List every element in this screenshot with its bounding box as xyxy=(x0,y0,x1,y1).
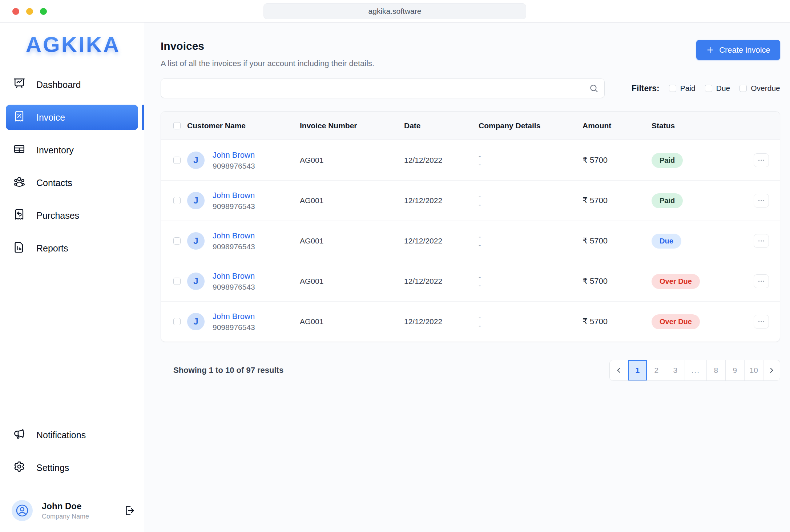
column-header-date: Date xyxy=(404,121,479,130)
receipt-percent-icon xyxy=(13,110,25,125)
sidebar-item-dashboard[interactable]: Dashboard xyxy=(6,72,138,97)
page-button-10[interactable]: 10 xyxy=(744,360,763,380)
sidebar-item-label: Contacts xyxy=(36,178,72,188)
invoice-amount: ₹ 5700 xyxy=(583,156,652,165)
user-name: John Doe xyxy=(42,501,89,511)
table-header-row: Customer Name Invoice Number Date Compan… xyxy=(161,112,780,140)
active-item-indicator xyxy=(142,105,144,130)
sidebar-nav: Dashboard Invoice Inventory Contacts xyxy=(0,72,144,261)
sidebar-bottom-nav: Notifications Settings xyxy=(0,422,144,480)
status-badge: Paid xyxy=(652,193,683,208)
invoice-number: AG001 xyxy=(300,237,404,245)
page-button-2[interactable]: 2 xyxy=(647,360,666,380)
invoices-table: Customer Name Invoice Number Date Compan… xyxy=(161,111,780,342)
plus-icon xyxy=(706,46,714,54)
filters-label: Filters: xyxy=(632,84,660,93)
row-checkbox[interactable] xyxy=(173,157,181,164)
sidebar-item-notifications[interactable]: Notifications xyxy=(6,422,138,448)
customer-avatar: J xyxy=(187,152,205,169)
maximize-window-button[interactable] xyxy=(40,8,47,15)
search-input[interactable] xyxy=(161,78,605,98)
sidebar-item-reports[interactable]: Reports xyxy=(6,235,138,261)
table-row: J John Brown 9098976543 AG001 12/12/2022… xyxy=(161,140,780,180)
row-checkbox[interactable] xyxy=(173,197,181,204)
sidebar-item-label: Notifications xyxy=(36,430,86,440)
invoice-date: 12/12/2022 xyxy=(404,156,479,165)
filter-option-overdue[interactable]: Overdue xyxy=(739,84,780,93)
customer-avatar: J xyxy=(187,313,205,330)
presentation-chart-icon xyxy=(13,77,25,92)
filter-option-due[interactable]: Due xyxy=(705,84,730,93)
ellipsis-icon xyxy=(757,318,765,326)
address-bar[interactable]: agkika.software xyxy=(263,3,526,19)
customer-name-link[interactable]: John Brown xyxy=(213,231,255,240)
invoice-date: 12/12/2022 xyxy=(404,196,479,205)
close-window-button[interactable] xyxy=(12,8,19,15)
user-group-icon xyxy=(13,176,25,190)
sidebar-item-purchases[interactable]: Purchases xyxy=(6,203,138,228)
invoice-amount: ₹ 5700 xyxy=(583,277,652,286)
page-button-1[interactable]: 1 xyxy=(628,360,647,380)
filter-option-paid[interactable]: Paid xyxy=(669,84,696,93)
user-company: Company Name xyxy=(42,513,89,520)
create-invoice-button[interactable]: Create invoice xyxy=(696,40,780,60)
overdue-checkbox[interactable] xyxy=(739,85,747,92)
company-details: -- xyxy=(479,273,583,289)
customer-avatar: J xyxy=(187,192,205,209)
browser-window-bar: agkika.software xyxy=(0,0,790,23)
customer-name-link[interactable]: John Brown xyxy=(213,312,255,321)
select-all-checkbox[interactable] xyxy=(173,122,181,129)
gear-icon xyxy=(13,460,25,475)
column-header-company-details: Company Details xyxy=(479,121,583,130)
ellipsis-icon xyxy=(757,156,765,164)
customer-name-link[interactable]: John Brown xyxy=(213,191,255,200)
page-button-9[interactable]: 9 xyxy=(725,360,744,380)
sidebar-item-settings[interactable]: Settings xyxy=(6,455,138,480)
invoice-number: AG001 xyxy=(300,156,404,165)
row-actions-button[interactable] xyxy=(754,315,769,329)
paid-checkbox[interactable] xyxy=(669,85,676,92)
row-actions-button[interactable] xyxy=(754,194,769,207)
document-chart-icon xyxy=(13,241,25,255)
ellipsis-icon xyxy=(757,197,765,205)
customer-name-link[interactable]: John Brown xyxy=(213,150,255,160)
minimize-window-button[interactable] xyxy=(26,8,33,15)
page-button-3[interactable]: 3 xyxy=(666,360,685,380)
column-header-amount: Amount xyxy=(583,121,652,130)
sidebar-item-contacts[interactable]: Contacts xyxy=(6,170,138,196)
invoice-date: 12/12/2022 xyxy=(404,277,479,286)
chevron-right-icon xyxy=(768,367,775,374)
next-page-button[interactable] xyxy=(763,360,780,380)
customer-avatar: J xyxy=(187,232,205,250)
page-button-8[interactable]: 8 xyxy=(706,360,725,380)
sidebar-item-label: Reports xyxy=(36,243,68,254)
status-badge: Over Due xyxy=(652,314,700,329)
sidebar-item-invoice[interactable]: Invoice xyxy=(6,105,138,130)
customer-name-link[interactable]: John Brown xyxy=(213,271,255,281)
row-checkbox[interactable] xyxy=(173,278,181,285)
row-actions-button[interactable] xyxy=(754,234,769,248)
row-actions-button[interactable] xyxy=(754,153,769,167)
status-badge: Due xyxy=(652,234,681,249)
ellipsis-icon xyxy=(757,277,765,285)
filter-label: Overdue xyxy=(751,84,780,93)
customer-phone: 9098976543 xyxy=(213,162,255,170)
row-checkbox[interactable] xyxy=(173,237,181,245)
pagination-ellipsis: ... xyxy=(685,360,706,380)
sidebar: AGKIKA Dashboard Invoice Inventory xyxy=(0,23,144,532)
page-subtitle: A list of all the invoices if your accou… xyxy=(161,59,374,68)
row-actions-button[interactable] xyxy=(754,274,769,288)
status-badge: Over Due xyxy=(652,274,700,289)
receipt-refund-icon xyxy=(13,208,25,223)
prev-page-button[interactable] xyxy=(610,360,628,380)
table-row: J John Brown 9098976543 AG001 12/12/2022… xyxy=(161,221,780,261)
table-row: J John Brown 9098976543 AG001 12/12/2022… xyxy=(161,301,780,342)
row-checkbox[interactable] xyxy=(173,318,181,325)
user-icon xyxy=(15,503,29,518)
customer-avatar: J xyxy=(187,273,205,290)
sidebar-item-inventory[interactable]: Inventory xyxy=(6,137,138,163)
logout-button[interactable] xyxy=(124,504,136,517)
invoice-number: AG001 xyxy=(300,317,404,326)
app-logo: AGKIKA xyxy=(9,31,137,59)
due-checkbox[interactable] xyxy=(705,85,712,92)
